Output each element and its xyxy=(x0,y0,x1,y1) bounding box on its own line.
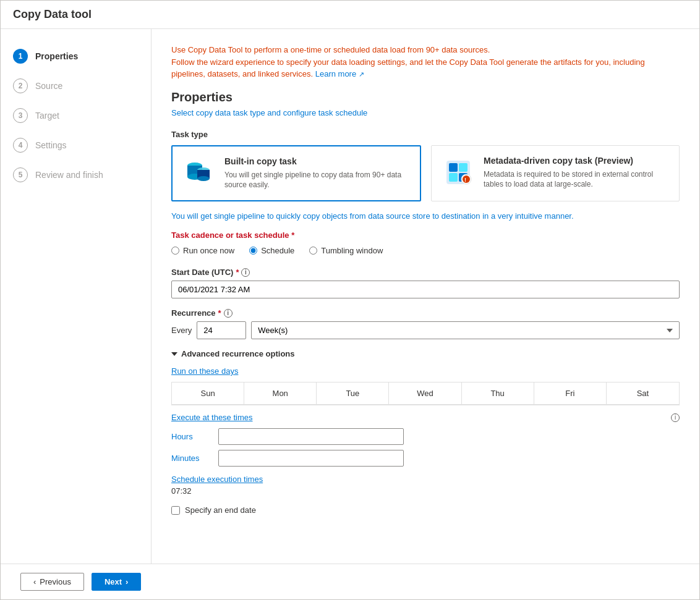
svg-rect-8 xyxy=(459,163,467,172)
svg-text:!: ! xyxy=(464,177,466,183)
recurrence-label: Recurrence * i xyxy=(171,308,680,318)
step-circle-4: 4 xyxy=(13,138,28,153)
recurrence-field: Recurrence * i Every Minute(s) Hour(s) D… xyxy=(171,308,680,339)
minutes-label: Minutes xyxy=(171,454,211,463)
recurrence-number-input[interactable] xyxy=(197,321,246,339)
sidebar-label-target: Target xyxy=(35,111,59,120)
execute-times-link[interactable]: Execute at these times xyxy=(171,413,253,422)
radio-run-once-label: Run once now xyxy=(183,246,234,255)
metadata-icon: ! xyxy=(442,156,475,189)
next-button[interactable]: Next › xyxy=(92,573,142,591)
task-type-label: Task type xyxy=(171,130,680,139)
execute-times-row: Execute at these times i xyxy=(171,413,680,422)
sidebar-item-properties[interactable]: 1 Properties xyxy=(1,41,151,71)
builtin-title: Built-in copy task xyxy=(224,156,410,166)
builtin-desc: You will get single pipeline to copy dat… xyxy=(224,170,410,191)
radio-tumbling-input[interactable] xyxy=(309,247,317,255)
step-circle-3: 3 xyxy=(13,108,28,123)
learn-more-link[interactable]: Learn more ↗ xyxy=(315,69,364,78)
step-circle-5: 5 xyxy=(13,167,28,182)
sidebar: 1 Properties 2 Source 3 Target 4 Setting… xyxy=(1,29,152,564)
footer: ‹ Previous Next › xyxy=(1,564,699,599)
external-link-icon: ↗ xyxy=(359,70,364,78)
day-sat: Sat xyxy=(607,382,679,405)
step-circle-2: 2 xyxy=(13,78,28,93)
radio-schedule-input[interactable] xyxy=(249,247,257,255)
recurrence-row: Every Minute(s) Hour(s) Day(s) Week(s) M… xyxy=(171,321,680,339)
next-chevron-icon: › xyxy=(126,577,128,586)
days-grid: Sun Mon Tue Wed Thu Fri Sat xyxy=(171,382,680,405)
advanced-label: Advanced recurrence options xyxy=(181,349,295,358)
end-date-row: Specify an end date xyxy=(171,505,680,515)
hours-row: Hours xyxy=(171,428,680,445)
svg-rect-7 xyxy=(449,163,458,172)
every-label: Every xyxy=(171,326,192,335)
hours-label: Hours xyxy=(171,432,211,441)
end-date-checkbox[interactable] xyxy=(171,506,180,515)
day-sun: Sun xyxy=(172,382,244,405)
svg-point-12 xyxy=(463,175,470,183)
section-subtitle: Select copy data task type and configure… xyxy=(171,108,680,117)
day-tue: Tue xyxy=(317,382,389,405)
svg-rect-9 xyxy=(449,173,458,182)
previous-button[interactable]: ‹ Previous xyxy=(20,573,84,591)
info-banner: Use Copy Data Tool to perform a one-time… xyxy=(171,44,680,80)
sidebar-label-source: Source xyxy=(35,81,62,91)
radio-schedule-label: Schedule xyxy=(261,246,294,255)
cadence-label: Task cadence or task schedule * xyxy=(171,230,680,240)
day-wed: Wed xyxy=(389,382,461,405)
cadence-radio-group: Run once now Schedule Tumbling window xyxy=(171,246,680,255)
sidebar-label-settings: Settings xyxy=(35,140,67,150)
start-date-input[interactable] xyxy=(171,281,680,298)
execute-times-info-icon[interactable]: i xyxy=(671,413,680,422)
previous-chevron-icon: ‹ xyxy=(33,577,36,586)
advanced-recurrence-section: Advanced recurrence options Run on these… xyxy=(171,349,680,515)
section-title: Properties xyxy=(171,90,680,104)
hours-minutes-grid: Hours Minutes xyxy=(171,428,680,467)
sidebar-label-review: Review and finish xyxy=(35,170,103,180)
end-date-label: Specify an end date xyxy=(185,505,256,515)
radio-tumbling[interactable]: Tumbling window xyxy=(309,246,383,255)
sidebar-item-review[interactable]: 5 Review and finish xyxy=(1,160,151,190)
sidebar-label-properties: Properties xyxy=(35,51,78,61)
minutes-input[interactable] xyxy=(218,450,404,467)
builtin-icon xyxy=(182,156,216,190)
run-on-days-link[interactable]: Run on these days xyxy=(171,366,238,376)
radio-schedule[interactable]: Schedule xyxy=(249,246,294,255)
schedule-time-value: 07:32 xyxy=(171,486,680,496)
recurrence-unit-select[interactable]: Minute(s) Hour(s) Day(s) Week(s) Month(s… xyxy=(251,321,680,339)
recurrence-info-icon[interactable]: i xyxy=(224,309,233,318)
app-title: Copy Data tool xyxy=(13,8,687,21)
schedule-execution-link[interactable]: Schedule execution times xyxy=(171,475,263,484)
step-circle-1: 1 xyxy=(13,49,28,64)
metadata-desc: Metadata is required to be stored in ext… xyxy=(484,169,669,190)
main-content: Use Copy Data Tool to perform a one-time… xyxy=(152,29,699,564)
day-thu: Thu xyxy=(462,382,534,405)
triangle-icon xyxy=(171,352,177,356)
radio-tumbling-label: Tumbling window xyxy=(321,246,383,255)
start-date-label: Start Date (UTC) * i xyxy=(171,268,680,277)
radio-run-once-input[interactable] xyxy=(171,247,179,255)
info-banner-text: Use Copy Data Tool to perform a one-time… xyxy=(171,45,645,78)
advanced-toggle[interactable]: Advanced recurrence options xyxy=(171,349,680,358)
start-date-info-icon[interactable]: i xyxy=(241,268,250,277)
start-date-field: Start Date (UTC) * i xyxy=(171,268,680,298)
sidebar-item-source[interactable]: 2 Source xyxy=(1,71,151,101)
task-type-options: Built-in copy task You will get single p… xyxy=(171,145,680,202)
task-card-builtin[interactable]: Built-in copy task You will get single p… xyxy=(171,145,421,202)
hours-input[interactable] xyxy=(218,428,404,445)
metadata-title: Metadata-driven copy task (Preview) xyxy=(484,156,669,166)
day-fri: Fri xyxy=(534,382,607,405)
cadence-required: * xyxy=(291,230,294,240)
svg-point-5 xyxy=(197,176,210,181)
minutes-row: Minutes xyxy=(171,450,680,467)
sidebar-item-target[interactable]: 3 Target xyxy=(1,101,151,130)
radio-run-once[interactable]: Run once now xyxy=(171,246,234,255)
pipeline-note: You will get single pipeline to quickly … xyxy=(171,211,680,221)
day-mon: Mon xyxy=(244,382,317,405)
sidebar-item-settings[interactable]: 4 Settings xyxy=(1,130,151,160)
task-card-metadata[interactable]: ! Metadata-driven copy task (Preview) Me… xyxy=(431,145,680,202)
